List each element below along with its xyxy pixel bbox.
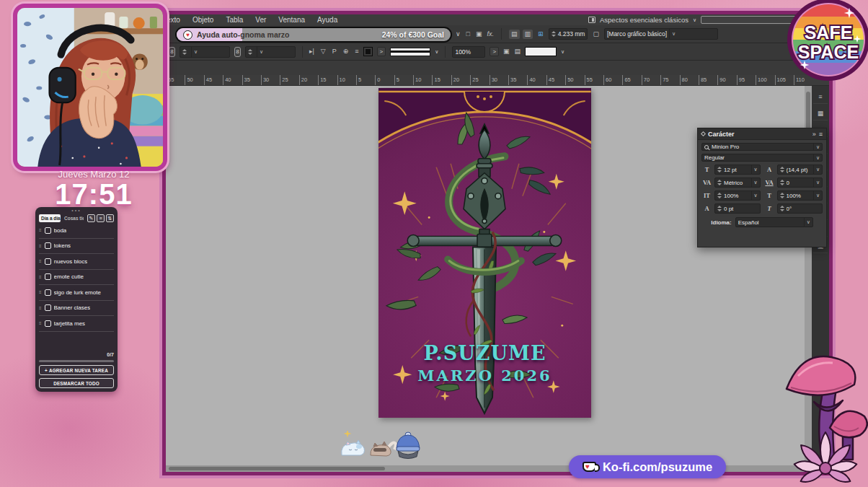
drag-handle-icon[interactable]: ≡: [39, 228, 42, 232]
leading-field[interactable]: (14,4 pt) ∨: [777, 164, 823, 175]
ruler-tick: 45: [546, 75, 565, 85]
tracking-icon: VA: [764, 179, 775, 186]
todo-toolbar-icon[interactable]: ⇅: [106, 214, 114, 222]
object-style-value: [Marco gráfico básico]: [607, 30, 667, 38]
menu-item[interactable]: Ventana: [278, 16, 305, 24]
transform-icon[interactable]: P: [332, 48, 337, 55]
drag-handle-icon[interactable]: ≡: [39, 306, 42, 310]
todo-tab[interactable]: Día a día: [39, 214, 61, 222]
stepper-arrows[interactable]: [780, 180, 784, 185]
todo-checkbox[interactable]: [45, 227, 51, 234]
uncheck-all-button[interactable]: DESMARCAR TODO: [39, 378, 114, 388]
character-panel-header[interactable]: Carácter » ≡: [698, 128, 826, 140]
drag-handle-icon[interactable]: ≡: [39, 275, 42, 279]
add-task-button[interactable]: + AGREGAR NUEVA TAREA: [39, 365, 114, 375]
stepper-arrows[interactable]: [717, 206, 722, 211]
ruler-tick: 55: [166, 75, 185, 85]
stroke-style-preview[interactable]: [390, 48, 430, 56]
todo-item: ≡ tokens: [39, 239, 114, 255]
align-icon[interactable]: ▥: [523, 30, 533, 39]
transform-icon[interactable]: ≡: [355, 48, 358, 55]
widget-drag-handle[interactable]: •••: [39, 209, 114, 213]
stepper-arrows[interactable]: [780, 167, 784, 172]
font-family-dropdown[interactable]: Minion Pro ∨: [701, 143, 823, 151]
object-style-dropdown[interactable]: [Marco gráfico básico] ∨: [604, 28, 718, 40]
todo-toolbar-icon[interactable]: ✎: [87, 214, 95, 222]
transform-icon[interactable]: ⊕: [343, 48, 349, 55]
collapse-panel-icon[interactable]: »: [812, 131, 816, 138]
ruler-tick: 70: [642, 75, 660, 85]
skew-stepper[interactable]: ∨: [245, 46, 296, 58]
panel-dock-icon[interactable]: ≡: [813, 90, 828, 104]
ruler-tick: 100: [756, 75, 774, 85]
todo-toolbar-icon[interactable]: ≡: [97, 214, 105, 222]
text-wrap-icon[interactable]: ▤: [515, 48, 521, 55]
stepper-arrows[interactable]: [717, 193, 722, 198]
control-icon[interactable]: ∨: [456, 31, 461, 38]
horizontal-ruler[interactable]: 5550454035302520151050510152025303540455…: [166, 75, 829, 86]
menu-item[interactable]: Ver: [255, 16, 266, 24]
stepper-arrows[interactable]: [182, 49, 187, 55]
control-icon[interactable]: ▣: [476, 31, 482, 38]
kofi-cup-icon: ♥: [183, 30, 192, 40]
opacity-field[interactable]: 100%: [452, 46, 485, 58]
vertical-scale-field[interactable]: 100% ∨: [714, 190, 761, 201]
expand-arrow[interactable]: >: [377, 47, 386, 56]
transform-icon[interactable]: ▽: [321, 48, 326, 55]
character-panel: Carácter » ≡ Minion Pro ∨ Regular ∨ T: [697, 128, 827, 247]
stepper-arrows[interactable]: [717, 180, 722, 185]
goal-progress-text: 24% of €300 Goal: [382, 30, 444, 39]
drag-handle-icon[interactable]: ≡: [39, 321, 42, 325]
transform-icon[interactable]: ▸|: [309, 48, 314, 55]
menu-item[interactable]: Ayuda: [317, 16, 337, 24]
stepper-arrows[interactable]: [780, 206, 784, 211]
todo-checkbox[interactable]: [45, 304, 51, 311]
align-icon[interactable]: ▤: [509, 30, 520, 39]
horizontal-scale-field[interactable]: 100% ∨: [777, 190, 823, 201]
panel-menu-icon[interactable]: ≡: [819, 131, 823, 138]
gap-value-field[interactable]: 4.233 mm: [549, 28, 588, 40]
link-constrain-icon[interactable]: 8: [234, 47, 241, 57]
width-stepper[interactable]: ∨: [180, 46, 230, 58]
todo-checkbox[interactable]: [45, 289, 51, 296]
todo-checkbox[interactable]: [45, 320, 51, 327]
font-style-dropdown[interactable]: Regular ∨: [701, 154, 823, 162]
menu-item[interactable]: Tabla: [226, 16, 243, 24]
fill-swatch[interactable]: [525, 47, 557, 56]
todo-checkbox[interactable]: [45, 273, 51, 280]
text-wrap-icon[interactable]: ▣: [503, 48, 510, 55]
workspace-switcher[interactable]: Aspectos esenciales clásicos ∨: [588, 14, 696, 25]
vertical-scale-value: 100%: [724, 193, 749, 199]
chevron-down-icon: ∨: [669, 29, 678, 39]
stepper-arrows[interactable]: [717, 167, 722, 172]
todo-checkbox[interactable]: [45, 242, 51, 249]
drag-handle-icon[interactable]: ≡: [39, 259, 42, 263]
panel-dock-icon[interactable]: ▦: [813, 107, 828, 120]
font-size-field[interactable]: 12 pt ∨: [714, 164, 761, 175]
menu-item[interactable]: Texto: [166, 16, 180, 24]
drag-handle-icon[interactable]: ≡: [39, 244, 42, 248]
menu-item[interactable]: Objeto: [192, 16, 213, 24]
stepper-arrows[interactable]: [552, 31, 556, 37]
stroke-swatch[interactable]: [363, 47, 373, 56]
control-icon[interactable]: □: [466, 31, 470, 38]
stepper-arrows[interactable]: [248, 49, 252, 55]
baseline-shift-value: 0 pt: [724, 206, 760, 212]
language-dropdown[interactable]: Español ∨: [735, 217, 813, 227]
transform-reference-icon[interactable]: ⊞: [538, 31, 544, 38]
baseline-shift-field[interactable]: 0 pt: [714, 203, 761, 214]
expand-arrow[interactable]: >: [490, 47, 499, 56]
divider: [302, 46, 303, 58]
kerning-field[interactable]: Métrico ∨: [714, 177, 761, 188]
todo-tab[interactable]: Cosas tienda: [62, 214, 84, 222]
frame-icon[interactable]: ▢: [593, 31, 599, 38]
stepper-arrows[interactable]: [780, 193, 784, 198]
skew-field[interactable]: 0°: [777, 203, 823, 214]
link-constrain-icon[interactable]: 8: [169, 47, 175, 57]
effects-fx-button[interactable]: fx.: [487, 31, 495, 38]
tracking-field[interactable]: 0 ∨: [777, 177, 823, 188]
ruler-tick: 15: [432, 75, 451, 85]
drag-handle-icon[interactable]: ≡: [39, 290, 42, 294]
todo-checkbox[interactable]: [45, 258, 51, 265]
chevron-down-icon: ∨: [693, 17, 696, 23]
